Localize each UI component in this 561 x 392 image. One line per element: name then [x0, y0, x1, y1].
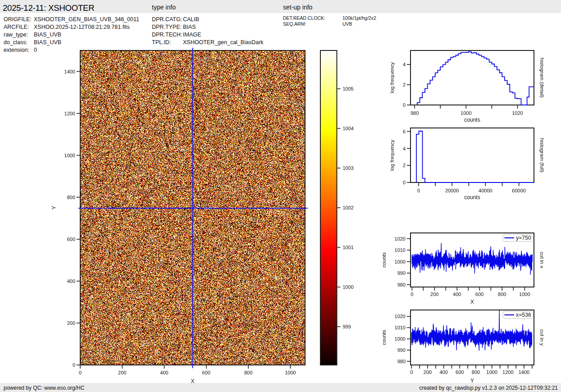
svg-text:histogram (full): histogram (full): [539, 138, 545, 172]
svg-text:200: 200: [430, 292, 438, 297]
svg-text:990: 990: [397, 270, 406, 276]
svg-text:400: 400: [439, 369, 447, 375]
svg-text:x=536: x=536: [516, 312, 531, 318]
svg-text:40000: 40000: [479, 188, 493, 193]
svg-text:1002: 1002: [343, 205, 354, 210]
svg-text:1010: 1010: [395, 247, 406, 253]
svg-text:4: 4: [403, 146, 406, 151]
svg-text:990: 990: [397, 347, 406, 353]
svg-text:980: 980: [410, 110, 419, 116]
svg-text:1000: 1000: [519, 292, 530, 297]
svg-text:histogram (detail): histogram (detail): [539, 58, 545, 98]
svg-text:2: 2: [403, 163, 406, 168]
svg-text:600: 600: [456, 369, 464, 375]
svg-text:600: 600: [67, 237, 75, 242]
svg-text:800: 800: [67, 195, 75, 200]
svg-text:0: 0: [79, 370, 82, 375]
svg-text:y=750: y=750: [516, 235, 531, 241]
svg-text:1000: 1000: [64, 153, 75, 158]
svg-text:6: 6: [403, 129, 406, 134]
svg-text:Y: Y: [51, 206, 57, 210]
svg-text:1000: 1000: [343, 284, 354, 290]
svg-text:1000: 1000: [461, 110, 471, 116]
svg-text:1200: 1200: [64, 111, 75, 116]
svg-text:cut in x: cut in x: [539, 252, 545, 269]
svg-text:999: 999: [343, 324, 351, 329]
svg-text:log frequency: log frequency: [389, 140, 395, 171]
svg-text:20000: 20000: [445, 188, 459, 193]
svg-text:0: 0: [410, 292, 413, 297]
svg-text:1020: 1020: [395, 236, 406, 242]
svg-text:600: 600: [475, 292, 483, 297]
svg-text:0: 0: [403, 180, 406, 185]
svg-text:2: 2: [403, 82, 406, 87]
svg-text:1020: 1020: [512, 110, 523, 116]
svg-text:counts: counts: [381, 330, 387, 345]
svg-text:600: 600: [202, 370, 210, 375]
svg-text:0: 0: [403, 102, 406, 108]
svg-text:200: 200: [118, 370, 126, 375]
svg-text:1004: 1004: [343, 126, 354, 131]
svg-text:0: 0: [410, 369, 413, 375]
svg-text:Y: Y: [470, 378, 474, 384]
svg-text:980: 980: [397, 282, 406, 287]
svg-text:1000: 1000: [486, 369, 497, 375]
svg-text:200: 200: [424, 369, 432, 375]
svg-text:0: 0: [417, 188, 420, 193]
svg-text:400: 400: [160, 370, 168, 375]
svg-text:1001: 1001: [343, 245, 354, 250]
svg-text:X: X: [191, 378, 194, 384]
svg-text:800: 800: [244, 370, 252, 375]
svg-text:1020: 1020: [395, 314, 406, 319]
svg-text:800: 800: [498, 292, 506, 297]
svg-text:60000: 60000: [512, 188, 526, 193]
svg-text:1000: 1000: [395, 336, 406, 342]
svg-text:1000: 1000: [395, 259, 406, 264]
svg-text:1003: 1003: [343, 165, 354, 171]
svg-text:X: X: [470, 299, 474, 305]
svg-text:400: 400: [67, 278, 75, 284]
svg-text:980: 980: [397, 359, 406, 364]
svg-text:cut in y: cut in y: [539, 329, 545, 346]
svg-text:400: 400: [453, 292, 461, 297]
svg-text:1010: 1010: [395, 325, 406, 330]
svg-text:counts: counts: [464, 117, 480, 123]
svg-text:1400: 1400: [64, 69, 75, 74]
svg-text:log frequency: log frequency: [389, 62, 395, 93]
svg-text:1005: 1005: [343, 86, 354, 91]
svg-text:1000: 1000: [285, 370, 296, 375]
svg-text:4: 4: [403, 62, 406, 67]
svg-text:1400: 1400: [519, 369, 529, 375]
svg-text:800: 800: [472, 369, 480, 375]
svg-text:1200: 1200: [502, 369, 513, 375]
svg-text:0: 0: [73, 362, 75, 368]
svg-text:counts: counts: [381, 252, 387, 268]
svg-text:200: 200: [67, 320, 75, 326]
svg-text:counts: counts: [464, 194, 480, 201]
